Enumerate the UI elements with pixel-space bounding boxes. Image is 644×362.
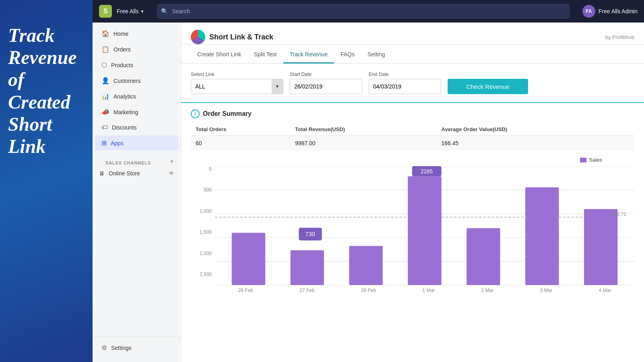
products-icon: ⬡ (101, 61, 107, 69)
y-label-1000: 1,000 (200, 208, 212, 214)
svg-text:730: 730 (305, 231, 315, 237)
main-content: Short Link & Track by Profitihub Create … (181, 23, 644, 362)
x-label-27feb: 27 Feb (299, 288, 314, 293)
y-label-500: 500 (204, 187, 212, 193)
x-axis: 26 Feb 27 Feb 28 Feb 1 Mar 2 Mar 3 Mar 4… (215, 285, 634, 293)
sidebar-item-discounts[interactable]: 🏷 Discounts (95, 120, 178, 135)
order-summary-header: i Order Summary (191, 109, 634, 118)
sidebar-label-customers: Customers (114, 78, 141, 84)
apps-icon: ⊞ (101, 139, 107, 147)
sidebar-item-customers[interactable]: 👤 Customers (95, 73, 178, 88)
filter-row: Select Link ALL ▼ Start Date End Date (181, 64, 644, 103)
svg-rect-8 (291, 250, 324, 285)
tabs: Create Short Link Split Test Track Reven… (181, 46, 644, 64)
app-title-row: Short Link & Track (191, 30, 273, 44)
tab-split-test[interactable]: Split Test (248, 46, 283, 64)
sidebar-label-apps: Apps (111, 140, 124, 146)
svg-rect-19 (584, 209, 617, 285)
select-arrow-icon: ▼ (272, 79, 283, 94)
chart-area: Sales 2,500 2,000 1,500 1,000 500 0 (181, 150, 644, 362)
sidebar-item-orders[interactable]: 📋 Orders (95, 42, 178, 57)
search-icon: 🔍 (161, 8, 168, 14)
customers-icon: 👤 (101, 77, 109, 84)
end-date-input[interactable] (369, 79, 441, 94)
app-logo (191, 30, 205, 44)
marketing-icon: 📣 (101, 108, 109, 116)
search-bar: 🔍 (157, 4, 569, 19)
add-sales-channel-button[interactable]: + (167, 156, 177, 166)
orders-icon: 📋 (101, 45, 109, 53)
svg-rect-12 (349, 246, 382, 285)
sidebar-label-settings: Settings (111, 345, 132, 351)
settings-icon: ⚙ (101, 344, 107, 352)
x-label-4mar: 4 Mar (599, 288, 611, 293)
svg-rect-13 (408, 176, 441, 285)
end-date-group: End Date (369, 72, 441, 94)
tab-faqs[interactable]: FAQs (334, 46, 361, 64)
svg-text:1426.71: 1426.71 (608, 212, 626, 217)
sidebar-label-products: Products (111, 62, 133, 68)
chart-inner: 730 2285 (215, 166, 634, 287)
sales-channels-header: SALES CHANNELS + (93, 156, 181, 167)
sidebar: 🏠 Home 📋 Orders ⬡ Products 👤 Customers 📊… (93, 23, 181, 362)
y-label-2500: 2,500 (200, 272, 212, 277)
val-avg-order: 166.45 (442, 136, 634, 151)
select-link-input[interactable]: ALL (191, 79, 272, 94)
store-name-label: Free Alls (117, 8, 138, 14)
app-header: Short Link & Track by Profitihub (181, 23, 644, 45)
chart-svg: 730 2285 (215, 166, 634, 285)
store-chevron-icon: ▼ (140, 9, 144, 14)
sidebar-bottom: ⚙ Settings (93, 336, 181, 359)
sidebar-item-marketing[interactable]: 📣 Marketing (95, 105, 178, 119)
sidebar-item-home[interactable]: 🏠 Home (95, 26, 178, 41)
end-date-label: End Date (369, 72, 441, 77)
col-avg-order: Average Order Value(USD) (442, 123, 634, 136)
sidebar-item-settings[interactable]: ⚙ Settings (95, 340, 178, 355)
tab-create-short-link[interactable]: Create Short Link (191, 46, 248, 64)
x-label-3mar: 3 Mar (540, 288, 553, 293)
select-link-group: Select Link ALL ▼ (191, 72, 283, 94)
select-link-label: Select Link (191, 72, 283, 77)
sidebar-item-online-store[interactable]: 🖥 Online Store 👁 (93, 167, 181, 180)
sidebar-label-marketing: Marketing (114, 109, 138, 115)
legend-label: Sales (589, 157, 602, 163)
online-store-label: Online Store (109, 170, 140, 177)
user-name: Free Alls Admin (599, 8, 638, 14)
sidebar-item-analytics[interactable]: 📊 Analytics (95, 89, 178, 104)
x-label-28feb: 28 Feb (361, 288, 376, 293)
search-input[interactable] (157, 4, 569, 19)
sales-channels-label: SALES CHANNELS (99, 156, 157, 167)
sidebar-label-orders: Orders (114, 46, 131, 53)
y-label-0: 0 (209, 166, 212, 172)
y-axis: 2,500 2,000 1,500 1,000 500 0 (191, 166, 215, 287)
left-decorative-panel: Track Revenue of Created Short Link (0, 0, 93, 362)
col-total-revenue: Total Revenue(USD) (295, 123, 442, 136)
select-link-wrap: ALL ▼ (191, 79, 283, 94)
svg-rect-17 (466, 228, 500, 285)
avatar: FA (582, 5, 595, 18)
home-icon: 🏠 (101, 30, 109, 37)
sidebar-item-apps[interactable]: ⊞ Apps (95, 136, 178, 150)
tab-track-revenue[interactable]: Track Revenue (283, 46, 334, 64)
check-revenue-button[interactable]: Check Revenue (448, 79, 528, 94)
discounts-icon: 🏷 (101, 124, 108, 131)
shopify-logo: S (99, 5, 112, 18)
tab-setting[interactable]: Setting (361, 46, 392, 64)
sidebar-label-discounts: Discounts (112, 124, 136, 131)
app-by-line: by Profitihub (605, 34, 634, 40)
sidebar-label-analytics: Analytics (114, 93, 136, 100)
analytics-icon: 📊 (101, 93, 109, 100)
top-nav: S Free Alls ▼ 🔍 FA Free Alls Admin (93, 0, 644, 23)
store-name[interactable]: Free Alls ▼ (117, 8, 144, 14)
start-date-group: Start Date (290, 72, 362, 94)
left-panel-text: Track Revenue of Created Short Link (8, 24, 85, 157)
x-label-2mar: 2 Mar (481, 288, 494, 293)
stats-table: Total Orders Total Revenue(USD) Average … (191, 123, 634, 150)
start-date-input[interactable] (290, 79, 362, 94)
bars-area: 730 2285 (215, 166, 634, 285)
sidebar-item-products[interactable]: ⬡ Products (95, 58, 178, 72)
svg-rect-7 (232, 233, 265, 285)
sidebar-label-home: Home (114, 31, 128, 37)
chart-legend: Sales (191, 157, 602, 163)
chart-container: 2,500 2,000 1,500 1,000 500 0 (191, 166, 634, 287)
